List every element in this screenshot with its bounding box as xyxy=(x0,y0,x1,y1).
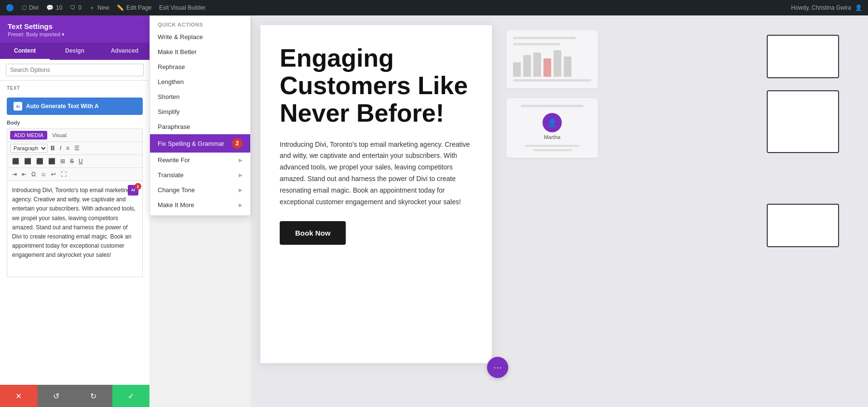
context-dropdown-menu: Quick Actions Write & Replace Make It Be… xyxy=(149,15,251,216)
change-tone-arrow: ▶ xyxy=(239,187,243,193)
dropdown-make-it-better[interactable]: Make It Better xyxy=(150,44,250,59)
right-card-stack xyxy=(767,35,839,247)
avatar-card-line-2 xyxy=(525,145,579,147)
undo-button[interactable]: ↺ xyxy=(38,385,75,407)
card-line-bottom xyxy=(513,79,591,82)
tab-advanced[interactable]: Advanced xyxy=(100,42,149,60)
avatar-name: Martha xyxy=(544,134,560,140)
visual-tab-button[interactable]: Visual xyxy=(50,131,68,139)
editor-toolbar-top: ADD MEDIA Visual xyxy=(7,128,143,141)
user-avatar-icon: 👤 xyxy=(855,4,862,11)
text-editor[interactable]: Introducing Divi, Toronto's top email ma… xyxy=(7,181,143,277)
dropdown-shorten[interactable]: Shorten xyxy=(150,89,250,104)
sidebar-content: Text AI Auto Generate Text With A Body A… xyxy=(0,81,149,407)
dropdown-translate[interactable]: Translate ▶ xyxy=(150,168,250,182)
dropdown-fix-spelling[interactable]: Fix Spelling & Grammar 2 xyxy=(150,134,250,153)
avatar-card-line xyxy=(521,105,583,107)
undo-editor-button[interactable]: ↩ xyxy=(49,170,58,179)
dropdown-simplify[interactable]: Simplify xyxy=(150,104,250,119)
chart-bar-5 xyxy=(564,56,571,77)
sidebar-preset[interactable]: Preset: Body imported ▾ xyxy=(8,31,142,38)
ai-indicator-icon[interactable]: AI 1 xyxy=(128,185,138,196)
exit-visual-builder[interactable]: Exit Visual Builder xyxy=(159,4,206,11)
edit-page-item[interactable]: ✏️ Edit Page xyxy=(117,4,151,11)
pencil-icon: ✏️ xyxy=(117,4,124,11)
card-lines xyxy=(513,37,591,39)
dropdown-rewrite-for[interactable]: Rewrite For ▶ xyxy=(150,153,250,168)
main-content-area: Engaging Customers Like Never Before! In… xyxy=(251,15,868,407)
sidebar-search-container xyxy=(0,60,149,81)
add-media-button[interactable]: ADD MEDIA xyxy=(10,131,47,140)
editor-toolbar-align: ⬛ ⬛ ⬛ ⬛ ⊞ S U xyxy=(7,154,143,168)
strikethrough-button[interactable]: S xyxy=(68,157,76,166)
sidebar: Text Settings Preset: Body imported ▾ Co… xyxy=(0,15,149,407)
align-center-button[interactable]: ⬛ xyxy=(22,157,33,166)
dropdown-rephrase[interactable]: Rephrase xyxy=(150,59,250,74)
special-chars-button[interactable]: Ω xyxy=(29,170,38,179)
dropdown-write-replace[interactable]: Write & Replace xyxy=(150,29,250,44)
translate-arrow: ▶ xyxy=(239,172,243,178)
comments-item[interactable]: 💬 10 xyxy=(46,4,62,11)
tab-design[interactable]: Design xyxy=(50,42,99,60)
divi-menu-item[interactable]: ⬡ Divi xyxy=(22,4,39,11)
bubbles-item[interactable]: 🗨 0 xyxy=(70,4,81,11)
align-left-button[interactable]: ⬛ xyxy=(10,157,21,166)
dropdown-lengthen[interactable]: Lengthen xyxy=(150,74,250,89)
bold-button[interactable]: B xyxy=(49,144,57,153)
cancel-button[interactable]: ✕ xyxy=(0,385,38,407)
card-line-2 xyxy=(513,43,560,45)
chart-bar-1 xyxy=(513,62,521,77)
divi-icon: ⬡ xyxy=(22,4,27,11)
save-button[interactable]: ✓ xyxy=(112,385,150,407)
ordered-list-button[interactable]: ☰ xyxy=(72,144,81,153)
avatar-initial: 👤 xyxy=(547,118,557,127)
editor-body-text: Introducing Divi, Toronto's top email ma… xyxy=(12,187,136,258)
editor-toolbar-format: Paragraph B I ≡ ☰ xyxy=(7,141,143,154)
sidebar-header: Text Settings Preset: Body imported ▾ xyxy=(0,15,149,42)
fix-spelling-badge: 2 xyxy=(232,138,243,149)
book-now-button[interactable]: Book Now xyxy=(280,221,346,245)
body-section: Body ADD MEDIA Visual Paragraph B I ≡ ☰ … xyxy=(0,120,149,277)
card-line-1 xyxy=(513,37,576,39)
unordered-list-button[interactable]: ≡ xyxy=(64,144,71,153)
dropdown-change-tone[interactable]: Change Tone ▶ xyxy=(150,182,250,197)
align-right-button[interactable]: ⬛ xyxy=(34,157,45,166)
dropdown-section-label: Quick Actions xyxy=(150,19,250,29)
underline-button[interactable]: U xyxy=(77,157,85,166)
bottom-action-bar: ✕ ↺ ↻ ✓ xyxy=(0,385,149,407)
fullscreen-button[interactable]: ⛶ xyxy=(59,170,68,179)
table-button[interactable]: ⊞ xyxy=(58,157,67,166)
right-mockups: 👤 Martha xyxy=(506,25,598,158)
editor-toolbar-misc: ⇥ ⇤ Ω ☺ ↩ ⛶ xyxy=(7,168,143,181)
avatar-card-line-3 xyxy=(533,149,572,151)
admin-user-info: Howdy, Christina Gwira 👤 xyxy=(791,4,862,11)
align-justify-button[interactable]: ⬛ xyxy=(46,157,57,166)
comment-icon: 💬 xyxy=(46,4,54,11)
page-heading: Engaging Customers Like Never Before! xyxy=(280,44,473,127)
tab-content[interactable]: Content xyxy=(0,42,50,60)
chart-bar-4 xyxy=(554,50,561,77)
dropdown-make-it-more[interactable]: Make It More ▶ xyxy=(150,197,250,212)
new-item[interactable]: ＋ New xyxy=(89,4,109,12)
outdent-button[interactable]: ⇤ xyxy=(20,170,28,179)
ai-icon: AI xyxy=(14,102,22,111)
rewrite-for-arrow: ▶ xyxy=(239,157,243,163)
paragraph-select[interactable]: Paragraph xyxy=(10,144,48,153)
body-label: Body xyxy=(7,120,143,126)
ai-generate-button[interactable]: AI Auto Generate Text With A xyxy=(7,98,143,115)
chart-bar-2 xyxy=(523,55,531,77)
sidebar-title: Text Settings xyxy=(8,22,142,30)
page-preview: Engaging Customers Like Never Before! In… xyxy=(260,25,492,363)
redo-button[interactable]: ↻ xyxy=(75,385,112,407)
right-card-2 xyxy=(767,90,839,153)
emoji-button[interactable]: ☺ xyxy=(39,170,48,179)
indent-button[interactable]: ⇥ xyxy=(10,170,19,179)
dropdown-paraphrase[interactable]: Paraphrase xyxy=(150,119,250,134)
search-input[interactable] xyxy=(6,64,144,76)
ai-badge: 1 xyxy=(135,183,141,190)
wp-logo[interactable]: 🔵 xyxy=(6,4,14,12)
italic-button[interactable]: I xyxy=(58,144,63,153)
floating-action-button[interactable]: ⋯ xyxy=(487,357,508,378)
sidebar-tabs: Content Design Advanced xyxy=(0,42,149,60)
chart-mockup-card xyxy=(506,30,598,88)
